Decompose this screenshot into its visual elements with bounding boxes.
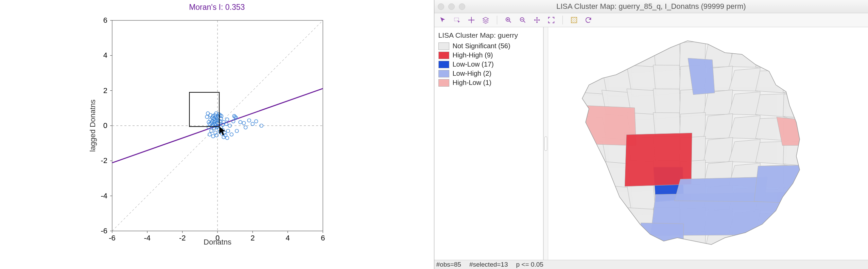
pane-resize-handle[interactable] [543, 27, 548, 260]
zoom-out-tool-icon[interactable] [518, 15, 528, 25]
svg-text:6: 6 [103, 16, 107, 24]
svg-text:-4: -4 [101, 192, 107, 200]
window-title: LISA Cluster Map: guerry_85_q, I_Donatns… [434, 2, 868, 11]
map-region-colored[interactable] [754, 165, 802, 204]
legend-item[interactable]: Low-Low (17) [438, 60, 540, 68]
minimize-icon[interactable] [448, 3, 455, 10]
svg-text:0: 0 [103, 121, 107, 130]
svg-point-55 [239, 121, 242, 124]
map-region[interactable] [783, 236, 810, 251]
legend-swatch-icon [438, 79, 449, 87]
map-region[interactable] [783, 70, 810, 95]
moran-scatter-window: Moran's I (guerry_85_q): Donatns Moran's… [0, 0, 434, 269]
legend-label: High-High (9) [453, 51, 493, 59]
legend-item[interactable]: High-Low (1) [438, 79, 540, 87]
map-region[interactable] [783, 94, 810, 119]
svg-point-44 [225, 118, 229, 121]
scatter-plot[interactable]: -6-4-20246-6-4-20246 [112, 20, 323, 231]
map-region[interactable] [729, 44, 760, 67]
obs-count: #obs=85 [436, 261, 461, 268]
fit-tool-icon[interactable] [546, 15, 556, 25]
pointer-tool-icon[interactable] [438, 15, 448, 25]
map-region[interactable] [578, 45, 609, 73]
legend-swatch-icon [438, 61, 449, 68]
map-region-colored[interactable] [625, 133, 692, 186]
layers-tool-icon[interactable] [481, 15, 491, 25]
map-region-colored[interactable] [640, 223, 683, 243]
map-region[interactable] [578, 235, 609, 251]
svg-point-54 [225, 136, 229, 140]
scatter-plot-area[interactable]: Moran's I: 0.353 lagged Donatns -6-4-202… [0, 0, 434, 269]
svg-point-47 [230, 133, 233, 136]
svg-point-72 [211, 134, 215, 138]
map-toolbar [434, 13, 868, 27]
p-threshold: p <= 0.05 [516, 261, 543, 268]
crosshair-tool-icon[interactable] [466, 15, 476, 25]
map-content: LISA Cluster Map: guerry Not Significant… [434, 27, 868, 260]
legend-label: Not Significant (56) [453, 42, 510, 50]
zoom-in-tool-icon[interactable] [503, 15, 514, 25]
hatch-tool-icon[interactable] [569, 15, 579, 25]
zoom-icon[interactable] [459, 3, 465, 10]
lisa-map-window: LISA Cluster Map: guerry_85_q, I_Donatns… [434, 0, 868, 269]
svg-point-57 [244, 126, 247, 129]
svg-point-62 [210, 129, 213, 133]
legend-label: High-Low (1) [453, 79, 491, 87]
svg-text:2: 2 [103, 86, 107, 95]
legend-pane: LISA Cluster Map: guerry Not Significant… [434, 27, 543, 260]
selected-count: #selected=13 [469, 261, 508, 268]
svg-point-60 [255, 120, 258, 123]
legend-label: Low-Low (17) [453, 60, 494, 68]
svg-point-56 [242, 121, 246, 125]
svg-point-5 [205, 115, 209, 119]
map-region[interactable] [578, 187, 609, 215]
morans-i-label: Moran's I: 0.353 [0, 3, 434, 12]
x-axis-label: Donatns [112, 238, 323, 247]
legend-item[interactable]: Low-High (2) [438, 70, 540, 77]
map-region-colored[interactable] [674, 177, 767, 202]
svg-point-63 [208, 133, 211, 136]
map-region[interactable] [729, 235, 760, 251]
legend-swatch-icon [438, 52, 449, 59]
svg-rect-103 [454, 18, 458, 21]
svg-point-45 [226, 129, 230, 133]
titlebar[interactable]: LISA Cluster Map: guerry_85_q, I_Donatns… [434, 0, 868, 13]
svg-text:4: 4 [103, 51, 107, 59]
y-axis-label: lagged Donatns [88, 20, 97, 231]
map-region[interactable] [602, 233, 633, 251]
legend-swatch-icon [438, 42, 449, 50]
svg-text:-6: -6 [101, 227, 107, 235]
map-region[interactable] [602, 42, 633, 72]
legend-item[interactable]: Not Significant (56) [438, 42, 540, 50]
legend-title: LISA Cluster Map: guerry [438, 31, 540, 39]
window-controls [438, 3, 465, 10]
legend-item[interactable]: High-High (9) [438, 51, 540, 59]
status-bar: #obs=85 #selected=13 p <= 0.05 [434, 260, 868, 269]
svg-point-59 [251, 122, 254, 126]
svg-point-49 [233, 115, 237, 119]
map-region[interactable] [578, 163, 609, 192]
svg-rect-74 [189, 92, 219, 127]
svg-text:-2: -2 [101, 156, 107, 165]
refresh-tool-icon[interactable] [583, 15, 593, 25]
map-region[interactable] [783, 213, 810, 238]
map-region[interactable] [578, 211, 609, 239]
map-region[interactable] [783, 189, 810, 214]
map-region[interactable] [756, 46, 787, 69]
svg-point-51 [235, 129, 239, 133]
map-region[interactable] [756, 236, 787, 251]
map-region[interactable] [703, 138, 732, 163]
close-icon[interactable] [438, 3, 444, 10]
legend-label: Low-High (2) [453, 70, 491, 77]
map-region[interactable] [756, 94, 787, 117]
map-region[interactable] [703, 114, 732, 139]
svg-point-58 [247, 119, 251, 122]
map-canvas[interactable] [548, 27, 868, 260]
map-region[interactable] [783, 47, 810, 71]
map-region[interactable] [602, 209, 633, 239]
legend-swatch-icon [438, 70, 449, 77]
pan-tool-icon[interactable] [532, 15, 542, 25]
select-rect-tool-icon[interactable] [452, 15, 462, 25]
